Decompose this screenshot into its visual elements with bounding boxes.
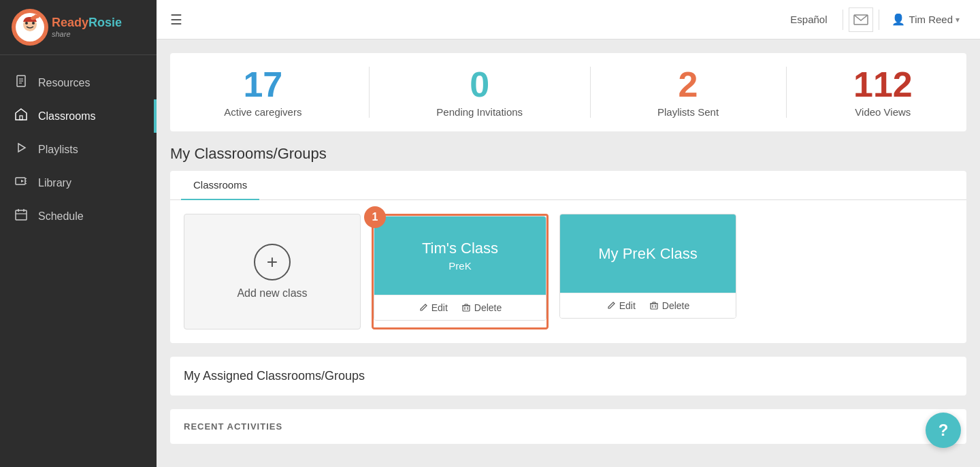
library-label: Library xyxy=(38,177,71,189)
sidebar-item-resources[interactable]: Resources xyxy=(0,66,157,99)
stat-active-caregivers: 17 Active caregivers xyxy=(224,67,301,118)
class-card-prek-top: My PreK Class xyxy=(560,214,736,293)
class-card-prek[interactable]: My PreK Class Edit xyxy=(559,214,736,319)
pending-invitations-number: 0 xyxy=(436,67,523,102)
brand-text: ReadyRosie share xyxy=(52,16,122,38)
playlists-label: Playlists xyxy=(38,144,78,156)
sidebar-nav: Resources Classrooms Playlists xyxy=(0,55,157,467)
content-area: 17 Active caregivers 0 Pending Invitatio… xyxy=(157,39,980,467)
brand-share: share xyxy=(52,30,122,38)
stat-playlists-sent: 2 Playlists Sent xyxy=(657,67,719,118)
stat-video-views: 112 Video Views xyxy=(853,67,913,118)
prek-class-name: My PreK Class xyxy=(598,245,697,263)
stat-pending-invitations: 0 Pending Invitations xyxy=(436,67,523,118)
video-views-number: 112 xyxy=(853,67,913,102)
class-card-tims-class-wrapper: 1 Tim's Class PreK xyxy=(372,214,549,329)
stat-divider-1 xyxy=(369,67,370,118)
svg-marker-14 xyxy=(18,144,25,152)
stat-divider-3 xyxy=(786,67,787,118)
prek-class-delete-button[interactable]: Delete xyxy=(649,300,689,311)
help-button[interactable]: ? xyxy=(926,413,961,448)
resources-label: Resources xyxy=(38,77,90,89)
main-area: ☰ Español 👤 Tim Reed ▾ 17 Ac xyxy=(157,0,980,467)
user-name: Tim Reed xyxy=(909,14,953,25)
prek-class-edit-button[interactable]: Edit xyxy=(606,300,636,311)
topbar-right: Español 👤 Tim Reed ▾ xyxy=(781,7,966,32)
prek-class-actions: Edit xyxy=(560,293,736,318)
language-button[interactable]: Español xyxy=(781,10,836,29)
svg-marker-12 xyxy=(16,109,27,120)
classrooms-container: Classrooms + Add new class 1 Tim's Class xyxy=(170,171,966,343)
tab-classrooms[interactable]: Classrooms xyxy=(181,171,259,200)
user-icon: 👤 xyxy=(892,13,905,26)
user-menu-button[interactable]: 👤 Tim Reed ▾ xyxy=(885,9,966,30)
active-caregivers-label: Active caregivers xyxy=(224,106,301,118)
schedule-icon xyxy=(14,208,29,225)
classrooms-section: My Classrooms/Groups Classrooms + Add ne… xyxy=(170,145,966,343)
edit-icon xyxy=(419,303,428,312)
class-badge-1: 1 xyxy=(364,206,386,228)
svg-point-3 xyxy=(25,22,28,25)
tims-class-grade: PreK xyxy=(448,260,471,272)
classrooms-icon xyxy=(14,108,29,125)
tims-class-actions: Edit xyxy=(374,295,546,320)
topbar-left: ☰ xyxy=(170,12,193,28)
playlists-icon xyxy=(14,141,29,158)
svg-rect-13 xyxy=(20,116,22,120)
svg-marker-16 xyxy=(21,180,24,182)
recent-section: RECENT ACTIVITIES xyxy=(170,409,966,444)
tims-class-edit-button[interactable]: Edit xyxy=(419,302,448,313)
topbar-divider-2 xyxy=(879,10,879,30)
classrooms-grid: + Add new class 1 Tim's Class PreK xyxy=(170,200,966,343)
classrooms-section-title: My Classrooms/Groups xyxy=(170,145,966,163)
stat-divider-2 xyxy=(590,67,591,118)
tims-class-delete-button[interactable]: Delete xyxy=(461,302,502,313)
mail-button[interactable] xyxy=(849,7,873,32)
svg-rect-25 xyxy=(463,306,470,311)
stats-bar: 17 Active caregivers 0 Pending Invitatio… xyxy=(170,53,966,131)
library-icon xyxy=(14,174,29,191)
user-chevron: ▾ xyxy=(956,15,960,25)
topbar: ☰ Español 👤 Tim Reed ▾ xyxy=(157,0,980,39)
brand-name: ReadyRosie xyxy=(52,16,122,30)
sidebar-item-classrooms[interactable]: Classrooms xyxy=(0,99,157,133)
logo-icon xyxy=(11,8,49,46)
video-views-label: Video Views xyxy=(853,106,913,118)
resources-icon xyxy=(14,74,29,91)
svg-point-4 xyxy=(32,22,35,25)
sidebar-item-schedule[interactable]: Schedule xyxy=(0,199,157,233)
assigned-title: My Assigned Classrooms/Groups xyxy=(184,369,953,383)
tims-class-name: Tim's Class xyxy=(422,240,498,257)
class-card-tims-top: Tim's Class PreK xyxy=(374,216,546,295)
add-new-label: Add new class xyxy=(237,287,307,300)
playlists-sent-number: 2 xyxy=(657,67,719,102)
topbar-divider xyxy=(843,10,843,30)
svg-point-7 xyxy=(34,16,37,18)
class-card-prek-wrapper: My PreK Class Edit xyxy=(559,214,736,329)
sidebar-item-library[interactable]: Library xyxy=(0,166,157,199)
sidebar: ReadyRosie share Resources xyxy=(0,0,157,467)
pending-invitations-label: Pending Invitations xyxy=(436,106,523,118)
add-circle-icon: + xyxy=(254,244,291,280)
delete-icon-2 xyxy=(649,301,659,310)
delete-icon xyxy=(461,303,471,312)
classrooms-label: Classrooms xyxy=(38,110,95,123)
active-caregivers-number: 17 xyxy=(224,67,301,102)
playlists-sent-label: Playlists Sent xyxy=(657,106,719,118)
sidebar-logo: ReadyRosie share xyxy=(0,0,157,55)
schedule-label: Schedule xyxy=(38,210,84,223)
svg-rect-20 xyxy=(16,210,27,220)
sidebar-item-playlists[interactable]: Playlists xyxy=(0,133,157,166)
tab-bar: Classrooms xyxy=(170,171,966,200)
hamburger-icon[interactable]: ☰ xyxy=(170,12,182,28)
brand-logo: ReadyRosie share xyxy=(11,8,122,46)
add-new-class-card[interactable]: + Add new class xyxy=(184,214,361,329)
recent-activities-title: RECENT ACTIVITIES xyxy=(184,421,953,432)
class-card-tims-class[interactable]: Tim's Class PreK Edit xyxy=(374,216,546,321)
edit-icon-2 xyxy=(606,301,616,310)
assigned-section: My Assigned Classrooms/Groups xyxy=(170,357,966,396)
svg-rect-32 xyxy=(651,304,657,309)
